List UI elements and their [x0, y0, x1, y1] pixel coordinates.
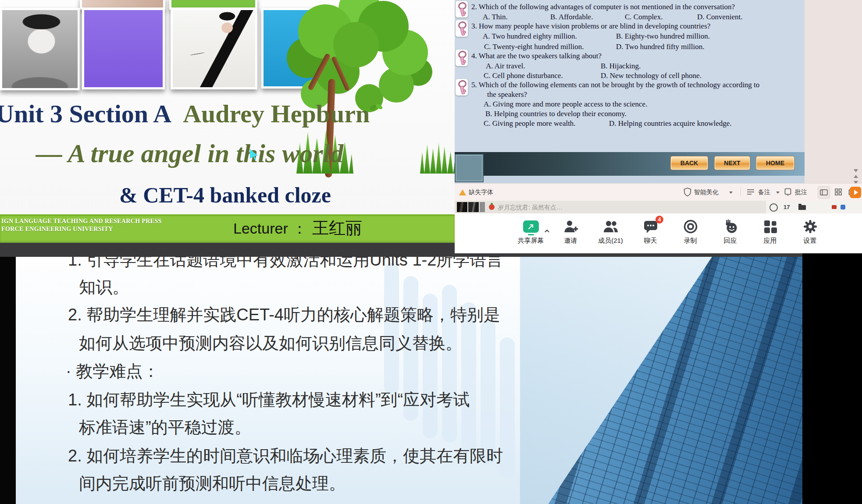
- count-badge: 17: [784, 204, 790, 210]
- taskbar-fragment: 17: [766, 201, 862, 213]
- smart-beautify-button[interactable]: 智能美化: [694, 188, 719, 196]
- next-button[interactable]: NEXT: [715, 156, 750, 170]
- quiz-option: B. Helping countries to develop their ec…: [485, 110, 627, 118]
- record-icon: [670, 218, 710, 235]
- scroll-down-icon[interactable]: [854, 169, 858, 172]
- meeting-toolbar: 共享屏幕 邀请 成员(21) 4 聊天 录制: [455, 213, 862, 253]
- sapling-icon: [371, 102, 383, 117]
- desktop-background: [805, 0, 862, 183]
- chat-preview-text: 岁月忘忧君: 虽然有点…: [498, 204, 563, 212]
- folder-icon[interactable]: [798, 205, 806, 210]
- scrollbar-thumb[interactable]: [455, 154, 484, 182]
- missing-font-warning-icon: [459, 189, 466, 195]
- lecturer-label: Lecturer ：: [233, 219, 307, 239]
- key-icon: [456, 79, 468, 96]
- app-icon-blue[interactable]: [841, 205, 845, 209]
- grid-view-button[interactable]: [833, 186, 844, 198]
- back-button[interactable]: BACK: [671, 156, 708, 170]
- teaching-objective-line: 如何从选项中预测内容以及如何识别信息同义替换。: [79, 332, 462, 355]
- notes-icon: [747, 189, 755, 195]
- slide-subtitle: — A true angel in this world: [36, 138, 343, 169]
- key-icon: [456, 1, 468, 18]
- settings-button[interactable]: 设置: [790, 213, 830, 245]
- gear-icon: [790, 218, 830, 235]
- divider: [741, 188, 741, 196]
- quiz-option: A. Giving more and more people access to…: [484, 100, 647, 109]
- quiz-option: D. Convenient.: [697, 13, 742, 21]
- grass-graphic: [420, 143, 456, 174]
- scroll-up-icon[interactable]: [854, 175, 858, 178]
- quiz-option: D. New technology of cell phone.: [601, 71, 702, 80]
- chat-preview-strip[interactable]: 岁月忘忧君: 虽然有点…: [455, 201, 766, 213]
- app-icon-red[interactable]: [832, 205, 837, 209]
- chevron-down-icon: [776, 192, 780, 194]
- play-slideshow-button[interactable]: [850, 187, 861, 198]
- shield-icon: [684, 188, 691, 197]
- presentation-slide-bottom: 1. 引导学生在话题语境中有效激活和运用Units 1-2所学语言 知识。 2.…: [16, 257, 802, 504]
- share-screen-icon: [511, 218, 551, 235]
- thumbnail-image: [457, 202, 467, 212]
- invite-icon: [551, 218, 591, 235]
- screen: Unit 3 Section AAudrey Hepburn — A true …: [0, 0, 862, 504]
- quiz-question: 5. Which of the following elements can n…: [471, 81, 759, 89]
- invite-button[interactable]: 邀请: [551, 213, 591, 245]
- annotate-button[interactable]: 批注: [795, 188, 807, 196]
- teaching-objective-line: 知识。: [79, 276, 129, 298]
- black-border-right: [802, 253, 862, 504]
- quiz-option: A. Two hundred eighty million.: [483, 32, 577, 41]
- quiz-option: B. Eighty-two hundred million.: [616, 32, 710, 41]
- members-button[interactable]: 成员(21): [591, 213, 630, 245]
- thumbnail-image: [480, 202, 485, 212]
- chat-unread-badge: 4: [655, 216, 663, 224]
- quiz-panel: 2. Which of the following advantages of …: [455, 0, 805, 183]
- quiz-option: A. Thin.: [483, 13, 508, 21]
- quiz-question: 3. How many people have vision problems …: [471, 22, 710, 31]
- share-screen-button[interactable]: 共享屏幕: [511, 213, 551, 245]
- apps-button[interactable]: 应用: [750, 213, 790, 245]
- building-facade: [520, 257, 802, 504]
- wps-toolbar: 缺失字体 智能美化 备注 批注: [455, 183, 862, 201]
- audrey-hepburn-white-photo: [171, 8, 257, 89]
- press-name-line1: IGN LANGUAGE TEACHING AND RESEARCH PRESS: [1, 217, 162, 225]
- teaching-difficulty-line: 标准语速”的平稳过渡。: [79, 416, 251, 439]
- slide-title-unit: Unit 3 Section A: [0, 99, 171, 128]
- quiz-option: B. Hijacking.: [601, 62, 641, 71]
- key-icon: [456, 20, 468, 37]
- teaching-difficulty-line: 1. 如何帮助学生实现从“听懂教材慢速材料”到“应对考试: [68, 389, 470, 411]
- thumbnail-image: [468, 202, 479, 212]
- black-border-left: [0, 257, 16, 504]
- lecturer-name: 王红丽: [312, 217, 362, 239]
- reactions-button[interactable]: 回应: [710, 213, 750, 245]
- quiz-control-bar: BACK NEXT HOME: [455, 152, 805, 176]
- home-button[interactable]: HOME: [756, 156, 794, 170]
- quiz-question: 2. Which of the following advantages of …: [471, 3, 735, 11]
- reaction-hand-icon: [710, 218, 750, 235]
- slide-subtitle-2: & CET-4 banked cloze: [119, 182, 331, 208]
- publisher-banner: IGN LANGUAGE TEACHING AND RESEARCH PRESS…: [0, 214, 455, 243]
- tomato-avatar-icon: [489, 204, 495, 210]
- quiz-option: C. Giving people more wealth.: [484, 119, 576, 128]
- quiz-bottom-strip: [455, 176, 805, 183]
- teaching-difficulty-line: 间内完成听前预测和听中信息处理。: [79, 472, 346, 495]
- quiz-option: B. Affordable.: [550, 13, 593, 21]
- record-button[interactable]: 录制: [670, 213, 710, 245]
- speaker-notes-button[interactable]: 备注: [758, 188, 770, 196]
- quiz-question-area: 2. Which of the following advantages of …: [455, 0, 805, 152]
- press-name-line2: FORCE ENGINEERING UNIVERSITY: [1, 225, 113, 233]
- teaching-objective-line: 2. 帮助学生理解并实践CET-4听力的核心解题策略，特别是: [68, 304, 500, 326]
- presentation-slide-top: Unit 3 Section AAudrey Hepburn — A true …: [0, 0, 455, 215]
- chevron-up-icon[interactable]: [544, 229, 550, 233]
- chat-button[interactable]: 4 聊天: [630, 213, 670, 245]
- quiz-option: A. Air travel.: [486, 62, 525, 71]
- apps-grid-icon: [750, 218, 790, 235]
- grid-view-icon: [835, 188, 842, 195]
- quiz-question-continued: the speakers?: [487, 90, 527, 99]
- timer-icon: [769, 203, 778, 212]
- teaching-difficulty-heading: · 教学难点：: [66, 360, 159, 383]
- chat-icon: 4: [630, 218, 670, 235]
- missing-font-label[interactable]: 缺失字体: [469, 188, 493, 196]
- single-view-button[interactable]: [818, 186, 830, 199]
- slide-title: Unit 3 Section AAudrey Hepburn: [0, 99, 383, 128]
- quiz-option: C. Cell phone disturbance.: [484, 71, 563, 80]
- quiz-option: C. Twenty-eight hundred million.: [484, 43, 584, 51]
